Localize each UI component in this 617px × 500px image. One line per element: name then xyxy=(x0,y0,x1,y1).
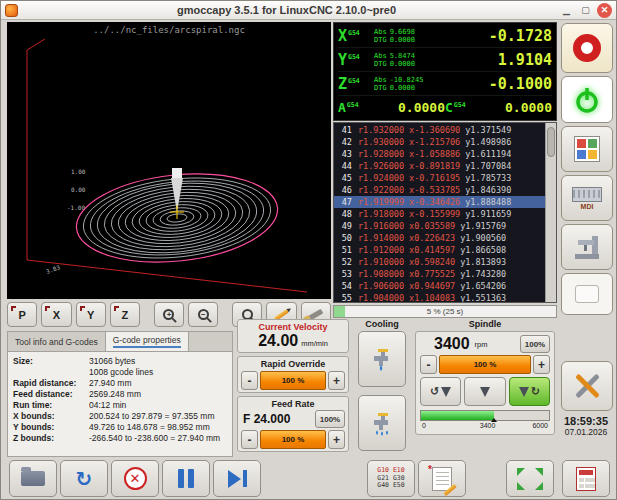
abs-value: 9.6698 xyxy=(390,28,415,36)
feed-override-bar[interactable]: 100 % xyxy=(260,430,326,449)
prop-size: Size: 31066 bytes1008 gcode lines xyxy=(13,356,227,378)
flood-button[interactable] xyxy=(358,395,406,451)
gcode-scrollbar[interactable] xyxy=(545,123,556,302)
step-icon xyxy=(228,470,247,488)
settings-button[interactable] xyxy=(561,126,613,172)
tab-gcode-properties[interactable]: G-code properties xyxy=(106,332,189,351)
pause-button[interactable] xyxy=(162,460,210,497)
dro-axis-y[interactable]: YG54 Abs5.8474 DTG0.0000 1.9104 xyxy=(338,48,552,72)
view-z-label: Z xyxy=(122,309,129,321)
view-x-button[interactable]: X xyxy=(41,302,71,327)
estop-button[interactable] xyxy=(561,23,613,73)
feed-override-reset-button[interactable]: 100% xyxy=(315,410,345,428)
spindle-scale-current: 3400 xyxy=(480,422,496,429)
titlebar: gmoccapy 3.5.1 for LinuxCNC 2.10.0~pre0 … xyxy=(1,1,616,20)
edit-gcode-button[interactable]: * xyxy=(418,460,466,497)
axis-corner-icon xyxy=(114,306,119,311)
feed-override-plus-button[interactable]: + xyxy=(328,430,345,449)
stop-button[interactable]: ✕ xyxy=(111,460,159,497)
rapid-override-bar[interactable]: 100 % xyxy=(260,371,326,390)
estop-icon xyxy=(573,34,601,62)
stop-x-icon: ✕ xyxy=(124,467,147,490)
view-y-button[interactable]: Y xyxy=(76,302,106,327)
dro-axis-z[interactable]: ZG54 Abs-10.8245 DTG0.0000 -0.1000 xyxy=(338,72,552,96)
dtg-value: 0.0000 xyxy=(390,36,415,44)
abs-value: -10.8245 xyxy=(390,76,424,84)
view-perspective-button[interactable]: P xyxy=(7,302,37,327)
tools-button[interactable] xyxy=(561,361,613,411)
tool-measurement-button[interactable] xyxy=(561,224,613,270)
feed-override-minus-button[interactable]: - xyxy=(241,430,258,449)
spindle-ccw-button[interactable]: ↺ xyxy=(420,377,461,406)
close-button[interactable]: ✕ xyxy=(597,3,612,18)
dro-axis-x[interactable]: XG54 Abs9.6698 DTG0.0000 -0.1728 xyxy=(338,24,552,48)
spindle-speed-slider[interactable] xyxy=(420,410,550,421)
tool-icon xyxy=(519,387,529,397)
gcode-line: 41r1.932000x-1.360690y1.371549 xyxy=(334,124,545,136)
spindle-cw-button[interactable]: ↻ xyxy=(509,377,550,406)
view-z-button[interactable]: Z xyxy=(110,302,140,327)
gcode-line: 52r1.910000x0.598240y1.813893 xyxy=(334,256,545,268)
fullscreen-arrows-icon xyxy=(517,468,543,490)
spindle-rpm-value: 3400 xyxy=(434,335,470,353)
sidebar-extra-button[interactable] xyxy=(561,273,613,315)
run-from-line-button[interactable]: G10 E10 G21 G30 G40 E50 xyxy=(367,460,415,497)
current-velocity-title: Current Velocity xyxy=(241,322,345,332)
rapid-override-minus-button[interactable]: - xyxy=(241,371,258,390)
spindle-stop-button[interactable] xyxy=(464,377,505,406)
axis-x-position: -0.1728 xyxy=(478,27,552,45)
tab-tool-info[interactable]: Tool info and G-codes xyxy=(8,332,106,351)
gcode-line: 53r1.908000x0.775525y1.743280 xyxy=(334,268,545,280)
gcode-properties-panel: Tool info and G-codes G-code properties … xyxy=(7,331,233,457)
open-file-button[interactable] xyxy=(9,460,57,497)
gcode-line: 48r1.918000x-0.155999y1.911659 xyxy=(334,208,545,220)
gcode-line: 45r1.924000x-0.716195y1.785733 xyxy=(334,172,545,184)
mdi-label: MDI xyxy=(581,203,594,210)
dro-axis-c[interactable]: CG54 0.0000 xyxy=(445,100,552,115)
gremlin-preview[interactable]: 1.00 0.00 -1.00 3.83 xyxy=(7,22,331,299)
maximize-button[interactable]: ▢ xyxy=(578,3,593,18)
spindle-title: Spindle xyxy=(415,319,555,329)
rapid-override-plus-button[interactable]: + xyxy=(328,371,345,390)
machine-on-button[interactable] xyxy=(561,76,613,123)
zoom-out-icon: − xyxy=(198,309,209,320)
scrollbar-thumb[interactable] xyxy=(547,127,555,157)
zoom-out-button[interactable]: − xyxy=(188,302,218,327)
gcode-line: 44r1.926000x-0.891819y1.707084 xyxy=(334,160,545,172)
reload-file-button[interactable]: ↻ xyxy=(60,460,108,497)
minimize-button[interactable]: ▁ xyxy=(559,3,574,18)
loaded-file-path: ../../nc_files/arcspiral.ngc xyxy=(7,25,331,35)
mdi-button[interactable]: MDI xyxy=(561,175,613,221)
fullscreen-button[interactable] xyxy=(506,460,554,497)
spindle-override-minus-button[interactable]: - xyxy=(420,355,437,374)
machine-icon xyxy=(572,233,602,261)
svg-text:1.00: 1.00 xyxy=(71,168,86,175)
step-button[interactable] xyxy=(213,460,261,497)
zoom-in-button[interactable]: + xyxy=(154,302,184,327)
spindle-rpm-unit: rpm xyxy=(475,340,488,349)
gcode-properties-content: Size: 31066 bytes1008 gcode lines Rapid … xyxy=(8,352,232,448)
abs-value: 5.8474 xyxy=(390,52,415,60)
view-x-label: X xyxy=(53,309,60,321)
virtual-keyboard-button[interactable] xyxy=(562,460,610,497)
wrench-screwdriver-icon xyxy=(572,371,602,401)
axis-c-position: 0.0000 xyxy=(471,100,552,115)
clock-date: 07.01.2026 xyxy=(557,427,615,437)
gcode-line: 50r1.914000x0.226423y1.900560 xyxy=(334,232,545,244)
gcode-view[interactable]: 41r1.932000x-1.360690y1.37154942r1.93000… xyxy=(333,122,557,303)
dro-panel: XG54 Abs9.6698 DTG0.0000 -0.1728 YG54 Ab… xyxy=(333,22,557,121)
tool-icon xyxy=(441,387,451,397)
spindle-override-bar[interactable]: 100 % xyxy=(439,355,531,374)
clock-time: 18:59:35 xyxy=(557,415,615,427)
axis-y-position: 1.9104 xyxy=(478,51,552,69)
spindle-speed-fill xyxy=(421,411,494,420)
spindle-override-plus-button[interactable]: + xyxy=(533,355,550,374)
mist-button[interactable] xyxy=(358,331,406,387)
dtg-label: DTG xyxy=(374,84,387,92)
svg-text:3.83: 3.83 xyxy=(45,263,61,275)
feed-rate-value: F 24.000 xyxy=(243,412,290,426)
dro-axis-a[interactable]: AG54 0.0000 xyxy=(338,100,445,115)
spindle-override-reset-button[interactable]: 100% xyxy=(520,335,550,353)
gcode-lines-icon: G10 E10 G21 G30 G40 E50 xyxy=(377,467,404,490)
power-icon xyxy=(572,85,602,115)
